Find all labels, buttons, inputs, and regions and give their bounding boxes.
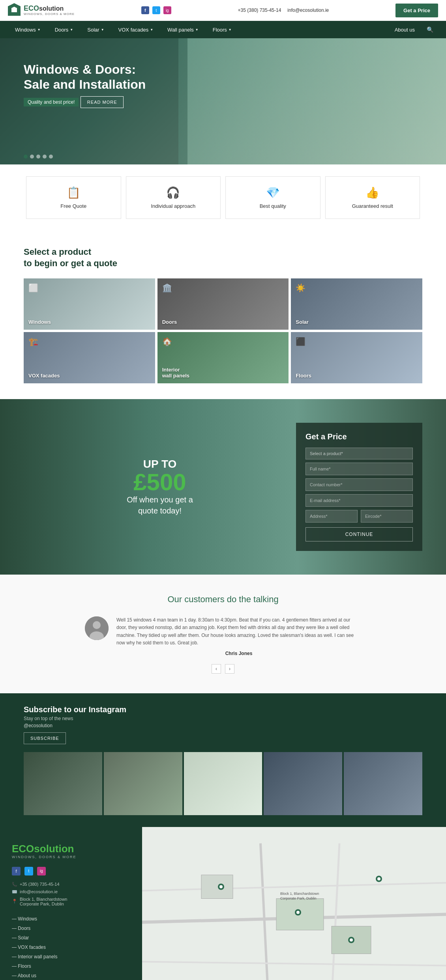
dot-4[interactable] <box>43 155 47 159</box>
email-address: info@ecosolution.ie <box>287 7 329 13</box>
dot-5[interactable] <box>49 155 53 159</box>
svg-point-18 <box>350 938 353 941</box>
guaranteed-icon: 👍 <box>334 186 412 199</box>
testimonial-prev[interactable]: ‹ <box>212 664 221 674</box>
footer: ECOsolution WINDOWS, DOORS & MORE f t ig… <box>0 827 446 980</box>
testimonial-card: Well 15 windows 4 man team in 1 day. 8:3… <box>85 616 361 656</box>
nav-windows[interactable]: Windows ▼ <box>8 21 48 38</box>
features-section: 📋 Free Quote 🎧 Individual approach 💎 Bes… <box>0 164 446 231</box>
footer-facebook-icon[interactable]: f <box>12 867 21 875</box>
windows-icon: ⬜ <box>28 283 38 293</box>
footer-instagram-icon[interactable]: ig <box>37 867 46 875</box>
product-windows[interactable]: ⬜ Windows <box>24 278 155 330</box>
product-floors[interactable]: ⬛ Floors <box>291 332 422 383</box>
up-to-text: UP TO <box>24 458 296 470</box>
hero-dots <box>24 155 53 159</box>
product-solar[interactable]: ☀️ Solar <box>291 278 422 330</box>
instagram-handle: @ecosolution <box>24 723 126 728</box>
product-vox[interactable]: 🏗️ VOX facades <box>24 332 155 383</box>
feature-individual: 🎧 Individual approach <box>126 176 221 219</box>
testimonial-next[interactable]: › <box>225 664 234 674</box>
contact-info: +35 (380) 735-45-14 info@ecosolution.ie <box>238 7 329 13</box>
instagram-grid <box>24 752 422 815</box>
top-bar: ECOsolution WINDOWS, DOORS & MORE f t ig… <box>0 0 446 21</box>
nav-about[interactable]: About us <box>388 21 422 38</box>
instagram-section: Subscribe to our Instagram Stay on top o… <box>0 693 446 827</box>
address-input[interactable] <box>305 510 358 523</box>
email-input[interactable] <box>305 494 413 507</box>
hero-title: Windows & Doors:Sale and Installation <box>24 62 146 92</box>
facebook-icon[interactable]: f <box>141 6 149 14</box>
svg-line-4 <box>260 843 268 980</box>
svg-point-16 <box>377 877 380 880</box>
footer-link-interior[interactable]: — Interior wall panels <box>12 952 130 961</box>
testimonials-title: Our customers do the talking <box>24 594 422 605</box>
testimonials-section: Our customers do the talking Well 15 win… <box>0 575 446 693</box>
product-interior[interactable]: 🏠 Interiorwall panels <box>157 332 289 383</box>
product-doors[interactable]: 🏛️ Doors <box>157 278 289 330</box>
nav-vox[interactable]: VOX facades ▼ <box>111 21 161 38</box>
doors-icon: 🏛️ <box>162 283 172 293</box>
interior-label: Interiorwall panels <box>162 367 189 379</box>
full-name-input[interactable] <box>305 463 413 475</box>
svg-text:Block 1, Blanchardstown: Block 1, Blanchardstown <box>280 891 319 895</box>
dot-2[interactable] <box>30 155 34 159</box>
search-icon[interactable]: 🔍 <box>422 21 438 38</box>
hero-cta-button[interactable]: READ MORE <box>81 96 124 108</box>
footer-link-solar[interactable]: — Solar <box>12 933 130 943</box>
customer-avatar <box>85 616 109 640</box>
interior-icon: 🏠 <box>162 337 172 346</box>
footer-twitter-icon[interactable]: t <box>24 867 33 875</box>
svg-line-6 <box>332 843 339 980</box>
testimonial-text: Well 15 windows 4 man team in 1 day. 8:3… <box>116 616 361 647</box>
footer-link-windows[interactable]: — Windows <box>12 914 130 924</box>
footer-link-vox[interactable]: — VOX facades <box>12 943 130 952</box>
form-title: Get a Price <box>305 432 413 441</box>
instagram-image-2[interactable] <box>104 752 182 815</box>
phone-number: +35 (380) 735-45-14 <box>238 7 281 13</box>
footer-phone: 📞 +35 (380) 735-45-14 <box>12 882 130 887</box>
twitter-icon[interactable]: t <box>152 6 160 14</box>
quality-icon: 💎 <box>234 186 312 199</box>
svg-point-14 <box>219 885 223 888</box>
logo-text: ECOsolution <box>24 5 75 13</box>
footer-link-doors[interactable]: — Doors <box>12 924 130 933</box>
product-select[interactable]: Select a product* Windows Doors Solar <box>305 448 413 459</box>
floors-icon: ⬛ <box>296 337 305 346</box>
footer-logo: ECOsolution WINDOWS, DOORS & MORE <box>12 843 130 859</box>
instagram-image-1[interactable] <box>24 752 102 815</box>
dot-1[interactable] <box>24 155 28 159</box>
feature-guaranteed: 👍 Guaranteed result <box>325 176 420 219</box>
windows-label: Windows <box>28 319 51 325</box>
continue-button[interactable]: CONTINUE <box>305 527 413 541</box>
instagram-image-4[interactable] <box>264 752 342 815</box>
nav-floors[interactable]: Floors ▼ <box>206 21 239 38</box>
footer-email: ✉️ info@ecosolution.ie <box>12 889 130 894</box>
instagram-image-5[interactable] <box>344 752 422 815</box>
footer-social: f t ig <box>12 867 130 875</box>
nav-doors[interactable]: Doors ▼ <box>48 21 81 38</box>
footer-link-floors[interactable]: — Floors <box>12 961 130 971</box>
footer-left: ECOsolution WINDOWS, DOORS & MORE f t ig… <box>0 827 142 980</box>
instagram-image-3[interactable] <box>184 752 262 815</box>
get-price-button[interactable]: Get a Price <box>395 4 438 17</box>
social-icons: f t ig <box>141 6 171 14</box>
individual-label: Individual approach <box>134 203 213 209</box>
dot-3[interactable] <box>36 155 40 159</box>
nav-wall[interactable]: Wall panels ▼ <box>160 21 206 38</box>
eircode-input[interactable] <box>361 510 413 523</box>
solar-label: Solar <box>296 319 309 325</box>
footer-links: — Windows — Doors — Solar — VOX facades … <box>12 914 130 980</box>
feature-quality: 💎 Best quality <box>225 176 320 219</box>
footer-link-about[interactable]: — About us <box>12 971 130 980</box>
vox-label: VOX facades <box>28 373 60 379</box>
testimonial-navigation: ‹ › <box>24 664 422 674</box>
quality-label: Best quality <box>234 203 312 209</box>
instagram-header: Subscribe to our Instagram Stay on top o… <box>24 705 422 744</box>
subscribe-button[interactable]: SUBSCRIBE <box>24 732 66 744</box>
contact-input[interactable] <box>305 478 413 491</box>
footer-logo-text: ECOsolution <box>12 843 130 855</box>
nav-solar[interactable]: Solar ▼ <box>80 21 111 38</box>
product-grid: ⬜ Windows 🏛️ Doors ☀️ Solar 🏗️ VOX facad… <box>24 278 422 383</box>
instagram-icon[interactable]: ig <box>163 6 171 14</box>
